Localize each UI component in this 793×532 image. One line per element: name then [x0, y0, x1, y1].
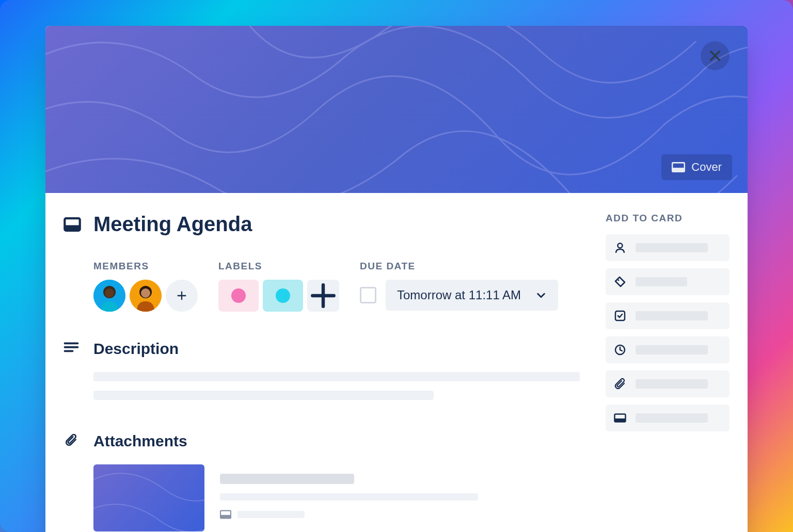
svg-rect-1	[672, 168, 685, 172]
sidebar-checklist-button[interactable]	[606, 302, 729, 329]
label-chip[interactable]	[263, 280, 303, 312]
sidebar-attachment-button[interactable]	[606, 370, 729, 397]
description-placeholder[interactable]	[93, 372, 580, 381]
attachment-thumbnail[interactable]	[93, 464, 204, 531]
sidebar-labels-button[interactable]	[606, 268, 729, 295]
cover-icon	[672, 162, 685, 172]
labels-block: LABELS	[218, 261, 339, 312]
add-member-button[interactable]	[166, 280, 198, 312]
plus-icon	[307, 280, 339, 312]
svg-rect-3	[65, 225, 80, 230]
clock-icon	[614, 344, 626, 356]
svg-point-13	[618, 280, 620, 281]
description-icon	[64, 341, 79, 354]
cover-button[interactable]: Cover	[661, 154, 732, 180]
svg-point-12	[618, 244, 623, 248]
description-placeholder[interactable]	[93, 391, 434, 400]
add-to-card-sidebar: ADD TO CARD	[606, 213, 729, 532]
svg-point-6	[105, 288, 114, 298]
card-title[interactable]: Meeting Agenda	[93, 213, 252, 236]
avatar-illustration	[130, 280, 162, 312]
card-icon	[64, 217, 81, 232]
close-icon	[708, 49, 722, 63]
cover-icon	[614, 412, 626, 424]
card-cover: Cover	[45, 26, 748, 193]
members-label: MEMBERS	[93, 261, 198, 272]
labels-label: LABELS	[218, 261, 339, 272]
sidebar-members-button[interactable]	[606, 234, 729, 261]
due-date-label: DUE DATE	[360, 261, 558, 272]
add-label-button[interactable]	[307, 280, 339, 312]
user-icon	[614, 241, 626, 254]
cover-icon	[220, 510, 231, 519]
attachments-section: Attachments	[64, 432, 580, 531]
attachments-title: Attachments	[93, 432, 580, 450]
avatar-illustration	[93, 280, 125, 312]
svg-rect-11	[220, 515, 231, 518]
due-date-block: DUE DATE Tomorrow at 11:11 AM	[360, 261, 558, 312]
checklist-icon	[614, 310, 626, 322]
plus-icon	[176, 290, 187, 301]
svg-rect-17	[615, 418, 626, 422]
svg-point-9	[141, 288, 150, 298]
attachment-icon	[64, 433, 79, 447]
close-button[interactable]	[701, 41, 729, 70]
card-modal: Cover Meeting Agenda MEMBERS	[45, 26, 748, 532]
chevron-down-icon	[535, 289, 547, 301]
label-chip[interactable]	[218, 280, 259, 312]
description-section: Description	[64, 340, 580, 409]
description-title: Description	[93, 340, 580, 358]
add-to-card-label: ADD TO CARD	[606, 213, 729, 224]
tag-icon	[614, 276, 626, 288]
attachment-meta	[220, 464, 580, 531]
due-date-value: Tomorrow at 11:11 AM	[397, 288, 521, 302]
members-block: MEMBERS	[93, 261, 198, 312]
due-date-button[interactable]: Tomorrow at 11:11 AM	[386, 280, 558, 311]
sidebar-cover-button[interactable]	[606, 405, 729, 431]
member-avatar[interactable]	[93, 280, 125, 312]
member-avatar[interactable]	[130, 280, 162, 312]
cover-button-label: Cover	[691, 160, 722, 174]
sidebar-dates-button[interactable]	[606, 336, 729, 363]
attachment-icon	[614, 378, 626, 390]
due-date-checkbox[interactable]	[360, 287, 376, 303]
